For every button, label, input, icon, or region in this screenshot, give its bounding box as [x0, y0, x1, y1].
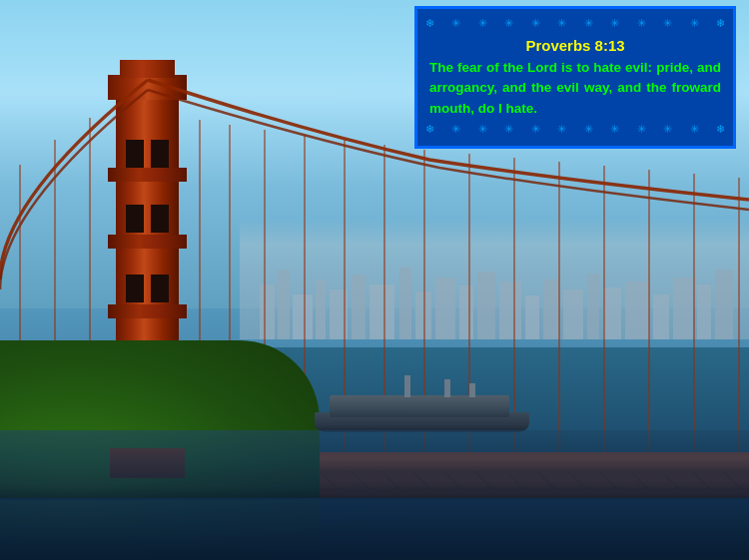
verse-text: The fear of the Lord is to hate evil: pr…	[429, 58, 721, 119]
verse-card: ❄ ✳ ✳ ✳ ✳ ✳ ✳ ✳ ✳ ✳ ✳ ❄ Proverbs 8:13 Th…	[414, 6, 736, 149]
crossbeam-1	[108, 168, 187, 182]
snowflake-icon: ✳	[451, 17, 460, 30]
verse-content-box: Proverbs 8:13 The fear of the Lord is to…	[425, 32, 725, 121]
border-bottom: ❄ ✳ ✳ ✳ ✳ ✳ ✳ ✳ ✳ ✳ ✳ ❄	[425, 123, 725, 136]
snowflake-icon: ✳	[557, 123, 566, 136]
tw3	[126, 205, 144, 233]
city-silhouette	[260, 250, 739, 339]
tw2	[151, 140, 169, 168]
snowflake-icon: ❄	[716, 17, 725, 30]
snowflake-icon: ✳	[451, 123, 460, 136]
tw4	[151, 205, 169, 233]
snowflake-icon: ✳	[610, 123, 619, 136]
snowflake-icon: ✳	[584, 123, 593, 136]
snowflake-icon: ❄	[425, 17, 434, 30]
snowflake-icon: ✳	[478, 17, 487, 30]
snowflake-icon: ✳	[690, 123, 699, 136]
snowflake-icon: ✳	[504, 123, 513, 136]
tw1	[126, 140, 144, 168]
snowflake-icon: ✳	[557, 17, 566, 30]
snowflake-icon: ❄	[425, 123, 434, 136]
snowflake-icon: ✳	[663, 17, 672, 30]
ship	[315, 392, 529, 432]
snowflake-icon: ✳	[637, 123, 646, 136]
snowflake-icon: ✳	[690, 17, 699, 30]
water-deep	[0, 430, 749, 500]
tw6	[151, 275, 169, 302]
border-top: ❄ ✳ ✳ ✳ ✳ ✳ ✳ ✳ ✳ ✳ ✳ ❄	[425, 17, 725, 30]
verse-title: Proverbs 8:13	[429, 37, 721, 54]
tw5	[126, 275, 144, 302]
tower-tip	[120, 60, 175, 78]
water-bottom	[0, 498, 749, 560]
crossbeam-3	[108, 304, 187, 318]
snowflake-icon: ✳	[610, 17, 619, 30]
snowflake-icon: ✳	[637, 17, 646, 30]
snowflake-icon: ✳	[531, 123, 540, 136]
snowflake-icon: ✳	[584, 17, 593, 30]
snowflake-icon: ✳	[478, 123, 487, 136]
tower-top	[108, 75, 187, 100]
crossbeam-2	[108, 235, 187, 249]
snowflake-icon: ✳	[531, 17, 540, 30]
snowflake-icon: ✳	[504, 17, 513, 30]
snowflake-icon: ❄	[716, 123, 725, 136]
snowflake-icon: ✳	[663, 123, 672, 136]
